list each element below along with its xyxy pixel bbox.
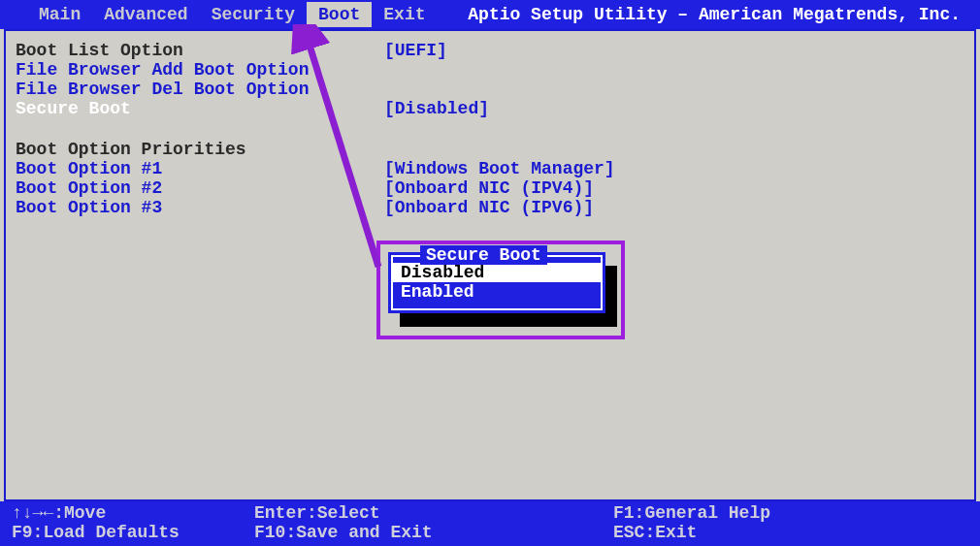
row-boot-option-3[interactable]: Boot Option #3 [Onboard NIC (IPV6)] [16,198,964,217]
label-boot-list-option: Boot List Option [16,41,384,60]
footer-bar: ↑↓→←:Move Enter:Select F1:General Help F… [0,501,980,546]
row-boot-option-1[interactable]: Boot Option #1 [Windows Boot Manager] [16,159,964,178]
value-boot-option-1: [Windows Boot Manager] [384,159,964,178]
tab-main[interactable]: Main [27,2,92,27]
label-file-browser-del: File Browser Del Boot Option [16,80,384,99]
hint-select: Enter:Select [254,503,613,523]
settings-list: Boot List Option [UEFI] File Browser Add… [6,31,974,227]
row-secure-boot[interactable]: Secure Boot [Disabled] [16,99,964,118]
value-secure-boot: [Disabled] [384,99,964,118]
hint-defaults: F9:Load Defaults [12,523,254,542]
row-boot-option-2[interactable]: Boot Option #2 [Onboard NIC (IPV4)] [16,178,964,198]
annotation-popup-highlight [376,241,625,339]
row-file-browser-add[interactable]: File Browser Add Boot Option [16,60,964,80]
tab-strip: Main Advanced Security Boot Exit [27,2,438,27]
label-boot-option-3: Boot Option #3 [16,198,384,217]
utility-title: Aptio Setup Utility – American Megatrend… [468,5,961,24]
label-boot-option-2: Boot Option #2 [16,178,384,198]
tab-advanced[interactable]: Advanced [92,2,199,27]
tab-boot[interactable]: Boot [307,2,372,27]
hint-save: F10:Save and Exit [254,523,613,542]
hint-move: ↑↓→←:Move [12,503,254,523]
value-boot-list-option: [UEFI] [384,41,964,60]
row-priorities-header: Boot Option Priorities [16,140,964,159]
value-boot-option-2: [Onboard NIC (IPV4)] [384,178,964,198]
value-boot-option-3: [Onboard NIC (IPV6)] [384,198,964,217]
row-file-browser-del[interactable]: File Browser Del Boot Option [16,80,964,99]
row-boot-list-option[interactable]: Boot List Option [UEFI] [16,41,964,60]
header-bar: Main Advanced Security Boot Exit Aptio S… [0,0,980,29]
label-secure-boot: Secure Boot [16,99,384,118]
tab-exit[interactable]: Exit [372,2,437,27]
tab-security[interactable]: Security [200,2,307,27]
hint-help: F1:General Help [613,503,770,523]
label-file-browser-add: File Browser Add Boot Option [16,60,384,80]
label-priorities-header: Boot Option Priorities [16,140,384,159]
hint-exit: ESC:Exit [613,523,697,542]
label-boot-option-1: Boot Option #1 [16,159,384,178]
